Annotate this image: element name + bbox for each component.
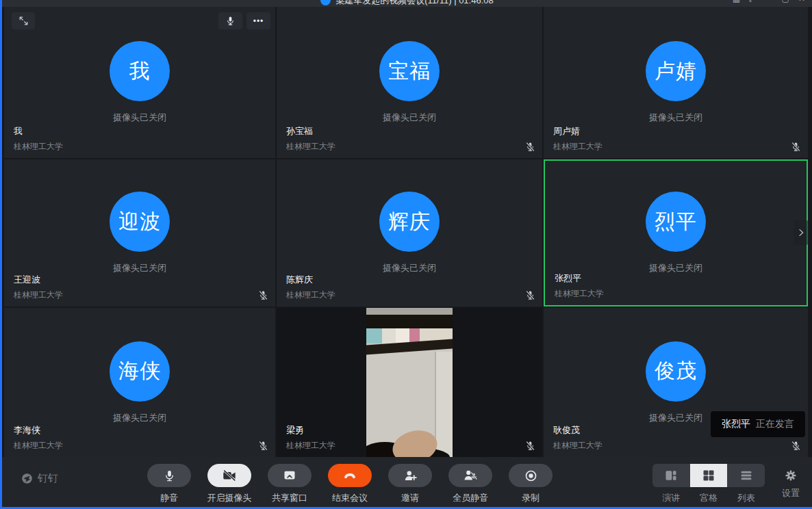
participant-tile[interactable]: 辉庆 摄像头已关闭 陈辉庆 桂林理工大学 — [277, 159, 542, 306]
camera-toggle-button[interactable]: 开启摄像头 — [199, 464, 259, 504]
participant-org: 桂林理工大学 — [286, 440, 335, 452]
avatar: 我 — [110, 41, 170, 101]
participant-org: 桂林理工大学 — [14, 289, 63, 301]
grid-view-icon — [702, 469, 715, 482]
list-view-icon — [739, 469, 753, 482]
avatar: 迎波 — [110, 192, 170, 252]
camera-off-label: 摄像头已关闭 — [113, 412, 166, 424]
muted-mic-icon — [791, 142, 801, 152]
muted-mic-icon — [258, 290, 268, 300]
participant-tile-me[interactable]: ••• 我 摄像头已关闭 我 桂林理工大学 — [4, 7, 275, 158]
hangup-icon — [342, 468, 357, 483]
expand-tile-button[interactable] — [12, 12, 35, 29]
toast-status: 正在发言 — [756, 418, 794, 430]
fullscreen-icon[interactable]: ⤢ — [749, 0, 756, 3]
meeting-toolbar: 钉钉 静音 开启摄像头 共享窗口 结束会议 邀请 全员静音 录制 — [2, 457, 812, 507]
participant-org: 桂林理工大学 — [286, 289, 335, 301]
participant-name: 梁勇 — [286, 424, 335, 436]
speaking-toast: 张烈平 正在发言 — [711, 411, 805, 437]
avatar: 宝福 — [379, 41, 440, 101]
mute-all-icon — [463, 468, 478, 483]
participant-name: 孙宝福 — [286, 125, 335, 138]
participant-org: 桂林理工大学 — [286, 141, 335, 153]
avatar-text: 海侠 — [118, 357, 161, 385]
participant-org: 桂林理工大学 — [14, 141, 63, 153]
window-titlebar: 梁建军发起的视频会议(11/11) | 01:46:08 ▦ ⤢ — ▢ ✕ — [2, 0, 812, 7]
avatar: 辉庆 — [379, 192, 440, 252]
end-meeting-button[interactable]: 结束会议 — [320, 464, 380, 504]
next-page-button[interactable] — [794, 220, 809, 245]
speaker-view-label: 演讲 — [652, 492, 690, 504]
participant-org: 桂林理工大学 — [553, 440, 602, 452]
speaker-view-icon — [664, 469, 678, 482]
participant-tile[interactable]: 迎波 摄像头已关闭 王迎波 桂林理工大学 — [4, 159, 275, 306]
view-grid-button[interactable] — [690, 464, 728, 487]
tile-more-button[interactable]: ••• — [246, 12, 270, 29]
webcam-video — [366, 308, 453, 457]
close-icon[interactable]: ✕ — [798, 0, 805, 3]
share-window-button[interactable]: 共享窗口 — [259, 464, 320, 504]
maximize-icon[interactable]: ▢ — [782, 0, 789, 3]
camera-off-label: 摄像头已关闭 — [649, 412, 702, 424]
participant-tile[interactable]: 宝福 摄像头已关闭 孙宝福 桂林理工大学 — [277, 7, 542, 158]
dingtalk-brand: 钉钉 — [21, 472, 58, 485]
avatar: 海侠 — [110, 341, 170, 402]
participant-name: 周卢婧 — [553, 125, 602, 138]
record-icon — [524, 469, 538, 483]
layout-icon[interactable]: ▦ — [733, 0, 740, 3]
person-add-icon — [403, 469, 418, 483]
meeting-title-wrap: 梁建军发起的视频会议(11/11) | 01:46:08 — [2, 0, 812, 7]
dingtalk-logo-icon — [21, 472, 34, 485]
camera-off-label: 摄像头已关闭 — [383, 112, 436, 124]
toast-speaker-name: 张烈平 — [722, 418, 750, 430]
list-view-label: 列表 — [727, 492, 765, 504]
avatar: 俊茂 — [646, 341, 706, 402]
minimize-icon[interactable]: — — [765, 0, 773, 3]
participant-tile-video[interactable]: 梁勇 桂林理工大学 — [277, 308, 542, 457]
my-mic-button[interactable] — [218, 12, 242, 29]
avatar-text: 卢婧 — [655, 57, 697, 86]
muted-mic-icon — [791, 441, 801, 451]
camera-off-label: 摄像头已关闭 — [113, 112, 166, 124]
record-button[interactable]: 录制 — [500, 464, 561, 504]
muted-mic-icon — [525, 142, 535, 152]
muted-mic-icon — [525, 290, 535, 300]
camera-off-label: 摄像头已关闭 — [383, 262, 436, 274]
participant-name: 我 — [14, 125, 63, 138]
participant-org: 桂林理工大学 — [14, 440, 63, 452]
participant-name: 李海侠 — [14, 424, 63, 436]
view-mode-group — [652, 464, 765, 487]
participant-tile[interactable]: 海侠 摄像头已关闭 李海侠 桂林理工大学 — [4, 308, 275, 457]
microphone-icon — [225, 16, 236, 26]
avatar-text: 俊茂 — [655, 357, 697, 385]
microphone-icon — [163, 469, 176, 482]
participant-tile[interactable]: 卢婧 摄像头已关闭 周卢婧 桂林理工大学 — [544, 7, 808, 158]
avatar: 烈平 — [646, 192, 706, 252]
view-list-button[interactable] — [727, 464, 765, 487]
mute-all-button[interactable]: 全员静音 — [440, 464, 500, 504]
mute-button[interactable]: 静音 — [139, 464, 199, 504]
avatar-text: 宝福 — [388, 57, 431, 86]
participant-tile-speaking[interactable]: 烈平 摄像头已关闭 张烈平 桂林理工大学 — [544, 159, 808, 306]
participant-org: 桂林理工大学 — [555, 288, 604, 300]
avatar: 卢婧 — [646, 41, 706, 101]
view-speaker-button[interactable] — [652, 464, 690, 487]
settings-button[interactable]: 设置 — [777, 464, 804, 499]
grid-view-label: 宫格 — [690, 492, 728, 504]
participant-name: 陈辉庆 — [286, 274, 335, 286]
camera-off-label: 摄像头已关闭 — [113, 262, 166, 274]
avatar-text: 我 — [129, 57, 151, 86]
participant-name: 耿俊茂 — [553, 424, 602, 436]
invite-button[interactable]: 邀请 — [380, 464, 440, 504]
brand-label: 钉钉 — [38, 472, 58, 485]
avatar-text: 烈平 — [655, 208, 697, 236]
avatar-text: 辉庆 — [388, 208, 431, 236]
share-screen-icon — [283, 469, 296, 482]
muted-mic-icon — [525, 441, 535, 451]
camera-off-label: 摄像头已关闭 — [649, 112, 702, 124]
gear-icon — [784, 469, 798, 482]
muted-mic-icon — [258, 441, 268, 451]
camera-off-label: 摄像头已关闭 — [649, 262, 702, 274]
avatar-text: 迎波 — [118, 208, 161, 236]
chevron-right-icon — [796, 227, 807, 238]
